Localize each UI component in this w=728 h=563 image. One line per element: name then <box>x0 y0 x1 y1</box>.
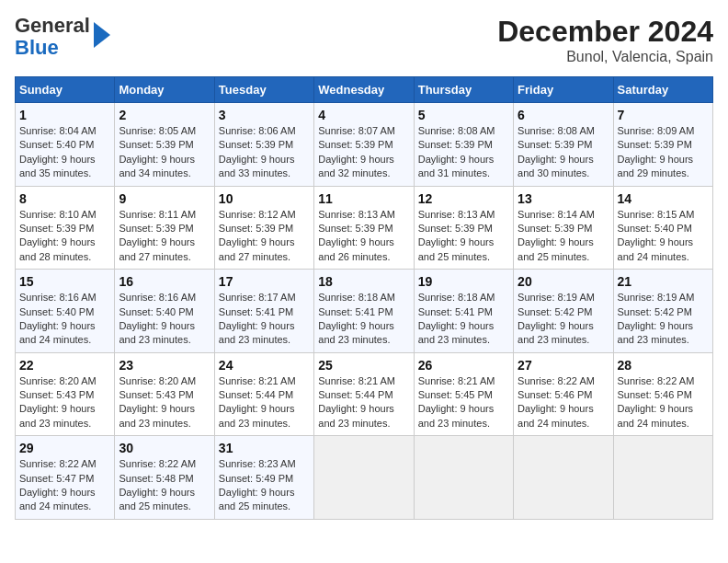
calendar-cell: 9 Sunrise: 8:11 AM Sunset: 5:39 PM Dayli… <box>115 186 214 270</box>
day-info: Sunrise: 8:08 AM Sunset: 5:39 PM Dayligh… <box>518 124 609 181</box>
calendar-table: SundayMondayTuesdayWednesdayThursdayFrid… <box>15 76 713 520</box>
calendar-cell: 6 Sunrise: 8:08 AM Sunset: 5:39 PM Dayli… <box>514 103 613 187</box>
day-number: 16 <box>119 274 210 289</box>
calendar-week-1: 1 Sunrise: 8:04 AM Sunset: 5:40 PM Dayli… <box>16 103 713 187</box>
day-info: Sunrise: 8:14 AM Sunset: 5:39 PM Dayligh… <box>518 208 609 265</box>
day-number: 28 <box>618 358 709 373</box>
calendar-cell: 1 Sunrise: 8:04 AM Sunset: 5:40 PM Dayli… <box>16 103 115 187</box>
day-number: 25 <box>318 358 409 373</box>
calendar-cell: 31 Sunrise: 8:23 AM Sunset: 5:49 PM Dayl… <box>214 436 313 520</box>
day-info: Sunrise: 8:13 AM Sunset: 5:39 PM Dayligh… <box>418 208 509 265</box>
weekday-header-thursday: Thursday <box>414 77 513 103</box>
day-info: Sunrise: 8:16 AM Sunset: 5:40 PM Dayligh… <box>119 291 210 348</box>
weekday-header-monday: Monday <box>115 77 214 103</box>
day-number: 30 <box>119 441 210 455</box>
logo-arrow-icon <box>94 22 110 48</box>
day-number: 22 <box>19 358 110 373</box>
day-number: 1 <box>19 108 110 122</box>
calendar-cell: 20 Sunrise: 8:19 AM Sunset: 5:42 PM Dayl… <box>514 270 613 353</box>
day-info: Sunrise: 8:22 AM Sunset: 5:48 PM Dayligh… <box>119 457 210 514</box>
day-number: 11 <box>318 191 409 206</box>
calendar-cell: 28 Sunrise: 8:22 AM Sunset: 5:46 PM Dayl… <box>613 352 712 436</box>
day-info: Sunrise: 8:22 AM Sunset: 5:47 PM Dayligh… <box>19 457 110 514</box>
day-info: Sunrise: 8:18 AM Sunset: 5:41 PM Dayligh… <box>318 291 409 348</box>
day-info: Sunrise: 8:08 AM Sunset: 5:39 PM Dayligh… <box>418 124 509 181</box>
day-info: Sunrise: 8:21 AM Sunset: 5:44 PM Dayligh… <box>219 374 310 431</box>
calendar-cell: 5 Sunrise: 8:08 AM Sunset: 5:39 PM Dayli… <box>414 103 513 187</box>
calendar-cell: 7 Sunrise: 8:09 AM Sunset: 5:39 PM Dayli… <box>613 103 712 187</box>
calendar-cell: 22 Sunrise: 8:20 AM Sunset: 5:43 PM Dayl… <box>16 352 115 436</box>
day-number: 4 <box>318 108 409 122</box>
day-info: Sunrise: 8:04 AM Sunset: 5:40 PM Dayligh… <box>19 124 110 181</box>
day-number: 10 <box>219 191 310 206</box>
day-info: Sunrise: 8:09 AM Sunset: 5:39 PM Dayligh… <box>618 124 709 181</box>
day-number: 21 <box>618 274 709 289</box>
day-number: 19 <box>418 274 509 289</box>
calendar-cell: 21 Sunrise: 8:19 AM Sunset: 5:42 PM Dayl… <box>613 270 712 353</box>
calendar-cell: 18 Sunrise: 8:18 AM Sunset: 5:41 PM Dayl… <box>314 270 414 353</box>
day-number: 2 <box>119 108 210 122</box>
weekday-header-wednesday: Wednesday <box>314 77 414 103</box>
calendar-title: December 2024 <box>497 15 713 49</box>
day-number: 12 <box>418 191 509 206</box>
calendar-cell: 19 Sunrise: 8:18 AM Sunset: 5:41 PM Dayl… <box>414 270 513 353</box>
page-header: General Blue December 2024 Bunol, Valenc… <box>15 15 713 65</box>
calendar-cell: 16 Sunrise: 8:16 AM Sunset: 5:40 PM Dayl… <box>115 270 214 353</box>
calendar-cell <box>414 436 513 520</box>
calendar-cell: 15 Sunrise: 8:16 AM Sunset: 5:40 PM Dayl… <box>16 270 115 353</box>
logo: General Blue <box>15 15 110 59</box>
day-info: Sunrise: 8:10 AM Sunset: 5:39 PM Dayligh… <box>19 208 110 265</box>
day-number: 6 <box>518 108 609 122</box>
calendar-cell: 10 Sunrise: 8:12 AM Sunset: 5:39 PM Dayl… <box>214 186 313 270</box>
calendar-cell: 3 Sunrise: 8:06 AM Sunset: 5:39 PM Dayli… <box>214 103 313 187</box>
calendar-cell: 26 Sunrise: 8:21 AM Sunset: 5:45 PM Dayl… <box>414 352 513 436</box>
day-info: Sunrise: 8:21 AM Sunset: 5:45 PM Dayligh… <box>418 374 509 431</box>
day-number: 17 <box>219 274 310 289</box>
day-number: 27 <box>518 358 609 373</box>
calendar-week-4: 22 Sunrise: 8:20 AM Sunset: 5:43 PM Dayl… <box>16 352 713 436</box>
calendar-cell: 12 Sunrise: 8:13 AM Sunset: 5:39 PM Dayl… <box>414 186 513 270</box>
day-number: 31 <box>219 441 310 455</box>
day-number: 13 <box>518 191 609 206</box>
day-number: 26 <box>418 358 509 373</box>
day-info: Sunrise: 8:23 AM Sunset: 5:49 PM Dayligh… <box>219 457 310 514</box>
title-block: December 2024 Bunol, Valencia, Spain <box>497 15 713 65</box>
day-number: 7 <box>618 108 709 122</box>
day-number: 15 <box>19 274 110 289</box>
calendar-cell: 4 Sunrise: 8:07 AM Sunset: 5:39 PM Dayli… <box>314 103 414 187</box>
calendar-cell <box>613 436 712 520</box>
weekday-header-tuesday: Tuesday <box>214 77 313 103</box>
day-info: Sunrise: 8:17 AM Sunset: 5:41 PM Dayligh… <box>219 291 310 348</box>
day-info: Sunrise: 8:15 AM Sunset: 5:40 PM Dayligh… <box>618 208 709 265</box>
calendar-cell: 17 Sunrise: 8:17 AM Sunset: 5:41 PM Dayl… <box>214 270 313 353</box>
calendar-cell: 29 Sunrise: 8:22 AM Sunset: 5:47 PM Dayl… <box>16 436 115 520</box>
weekday-header-friday: Friday <box>514 77 613 103</box>
day-info: Sunrise: 8:21 AM Sunset: 5:44 PM Dayligh… <box>318 374 409 431</box>
day-number: 8 <box>19 191 110 206</box>
day-info: Sunrise: 8:16 AM Sunset: 5:40 PM Dayligh… <box>19 291 110 348</box>
calendar-cell: 13 Sunrise: 8:14 AM Sunset: 5:39 PM Dayl… <box>514 186 613 270</box>
calendar-cell: 11 Sunrise: 8:13 AM Sunset: 5:39 PM Dayl… <box>314 186 414 270</box>
calendar-cell: 30 Sunrise: 8:22 AM Sunset: 5:48 PM Dayl… <box>115 436 214 520</box>
calendar-cell: 2 Sunrise: 8:05 AM Sunset: 5:39 PM Dayli… <box>115 103 214 187</box>
day-number: 3 <box>219 108 310 122</box>
calendar-week-3: 15 Sunrise: 8:16 AM Sunset: 5:40 PM Dayl… <box>16 270 713 353</box>
day-number: 23 <box>119 358 210 373</box>
day-info: Sunrise: 8:06 AM Sunset: 5:39 PM Dayligh… <box>219 124 310 181</box>
day-info: Sunrise: 8:07 AM Sunset: 5:39 PM Dayligh… <box>318 124 409 181</box>
calendar-cell: 25 Sunrise: 8:21 AM Sunset: 5:44 PM Dayl… <box>314 352 414 436</box>
day-number: 18 <box>318 274 409 289</box>
day-info: Sunrise: 8:19 AM Sunset: 5:42 PM Dayligh… <box>518 291 609 348</box>
weekday-header-row: SundayMondayTuesdayWednesdayThursdayFrid… <box>16 77 713 103</box>
day-number: 29 <box>19 441 110 455</box>
day-number: 24 <box>219 358 310 373</box>
calendar-week-2: 8 Sunrise: 8:10 AM Sunset: 5:39 PM Dayli… <box>16 186 713 270</box>
day-number: 9 <box>119 191 210 206</box>
day-info: Sunrise: 8:11 AM Sunset: 5:39 PM Dayligh… <box>119 208 210 265</box>
day-info: Sunrise: 8:20 AM Sunset: 5:43 PM Dayligh… <box>19 374 110 431</box>
calendar-cell: 23 Sunrise: 8:20 AM Sunset: 5:43 PM Dayl… <box>115 352 214 436</box>
day-info: Sunrise: 8:13 AM Sunset: 5:39 PM Dayligh… <box>318 208 409 265</box>
weekday-header-saturday: Saturday <box>613 77 712 103</box>
calendar-cell: 8 Sunrise: 8:10 AM Sunset: 5:39 PM Dayli… <box>16 186 115 270</box>
calendar-cell: 24 Sunrise: 8:21 AM Sunset: 5:44 PM Dayl… <box>214 352 313 436</box>
